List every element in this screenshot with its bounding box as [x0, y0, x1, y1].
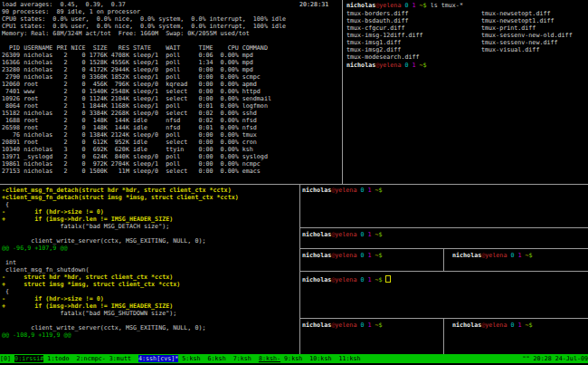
diff-line [2, 317, 297, 324]
pane-shell-g[interactable]: nicholas@yelena 0 1 ~$ [444, 319, 588, 354]
status-window-item[interactable]: 0:irssi# [14, 355, 43, 362]
diff-line: int [2, 259, 297, 266]
diff-line: -client_msg_fn_detach(struct hdr *hdr, s… [2, 187, 297, 194]
diff-line: fatalx("bad MSG_SHUTDOWN size"); [2, 310, 297, 317]
diff-line: + if (imsg->hdr.len != IMSG_HEADER_SIZE) [2, 216, 297, 223]
pane-shell-a[interactable]: nicholas@yelena 0 1 ~$ [300, 185, 588, 227]
diff-line: + if (imsg->hdr.len != IMSG_HEADER_SIZE) [2, 303, 297, 310]
diff-line: + struct imsg *imsg, struct client_ctx *… [2, 281, 297, 288]
status-window-list: [0] 0:irssi# 1:todo 2:ncmpc- 3:mutt 4:ss… [0, 354, 361, 363]
pane-shell-b[interactable]: nicholas@yelena 0 1 ~$ [300, 228, 588, 248]
shell-prompt: nicholas@yelena 0 1 ~$ [302, 252, 383, 259]
shell-prompt: nicholas@yelena 0 1 ~$ [346, 62, 427, 69]
shell-prompt: nicholas@yelena 0 1 ~$ [302, 187, 383, 194]
diff-line: +client_msg_fn_detach(struct imsg *imsg,… [2, 194, 297, 201]
diff-line: client_msg_fn_shutdown( [2, 266, 297, 274]
diff-line: { [2, 288, 297, 295]
shell-prompt: nicholas@yelena 0 1 ~$ [302, 231, 383, 238]
pane-shell-f[interactable]: nicholas@yelena 0 1 ~$ [300, 319, 443, 354]
status-window-item[interactable]: 9:ksh 10:ksh 11:ksh [280, 355, 361, 362]
pane-system-monitor[interactable]: load averages: 0.45, 0.39, 0.37 90 proce… [0, 0, 341, 184]
file-list-column-2: tmux-newsetopt.diff tmux-newsetopt1.diff… [481, 10, 573, 53]
status-window-item[interactable]: 4:ssh[cvs]* [138, 355, 178, 362]
status-window-item[interactable]: 1:todo 2:ncmpc- 3:mutt [43, 355, 138, 362]
file-list-column-1: tmux-borders.diff tmux-bsdauth.diff tmux… [346, 10, 423, 61]
shell-prompt: nicholas@yelena 0 1 ~$ [302, 275, 391, 283]
diff-line [2, 230, 297, 237]
diff-line [2, 252, 297, 259]
diff-line: @@ -96,9 +107,9 @@ [2, 245, 297, 252]
status-right-clock: "" 20:28 24-Jul-09 [523, 354, 588, 363]
status-window-item[interactable]: 8:ksh- [259, 355, 280, 362]
pane-editor-diff[interactable]: -client_msg_fn_detach(struct hdr *hdr, s… [0, 185, 299, 354]
terminal-cursor [385, 275, 391, 283]
tmux-status-bar: [0] 0:irssi# 1:todo 2:ncmpc- 3:mutt 4:ss… [0, 354, 588, 363]
status-window-item[interactable]: [0] [0, 355, 14, 362]
diff-buffer: -client_msg_fn_detach(struct hdr *hdr, s… [2, 187, 297, 339]
diff-line: client_write_server(cctx, MSG_EXITING, N… [2, 324, 297, 331]
status-spacer [361, 354, 523, 363]
tmux-terminal-screen: load averages: 0.45, 0.39, 0.37 90 proce… [0, 0, 588, 365]
top-output: load averages: 0.45, 0.39, 0.37 90 proce… [2, 1, 286, 175]
shell-prompt: nicholas@yelena 0 1 ~$ [452, 252, 533, 259]
pane-shell-active[interactable]: nicholas@yelena 0 1 ~$ [300, 272, 588, 318]
diff-line: - if (hdr->size != 0) [2, 295, 297, 303]
pane-shell-c[interactable]: nicholas@yelena 0 1 ~$ [300, 249, 443, 271]
diff-line: @@ -108,9 +119,9 @@ [2, 331, 297, 339]
status-window-item[interactable]: 5:ksh 6:ksh 7:ksh [178, 355, 259, 362]
diff-line: - if (hdr->size != 0) [2, 208, 297, 216]
pane-shell-d[interactable]: nicholas@yelena 0 1 ~$ [444, 249, 588, 271]
shell-prompt: nicholas@yelena 0 1 ~$ [302, 322, 383, 329]
shell-prompt: nicholas@yelena 0 1 ~$ ls tmux-* [346, 2, 463, 9]
pane-file-list-shell[interactable]: nicholas@yelena 0 1 ~$ ls tmux-* tmux-bo… [344, 0, 588, 184]
diff-line: { [2, 201, 297, 208]
shell-prompt: nicholas@yelena 0 1 ~$ [452, 322, 533, 329]
diff-line: client_write_server(cctx, MSG_EXITING, N… [2, 237, 297, 245]
pane-border-vertical-top [342, 0, 343, 184]
diff-line: fatalx("bad MSG_DETACH size"); [2, 223, 297, 230]
diff-line: - struct hdr *hdr, struct client_ctx *cc… [2, 274, 297, 281]
top-clock: 20:28:31 [299, 1, 328, 8]
